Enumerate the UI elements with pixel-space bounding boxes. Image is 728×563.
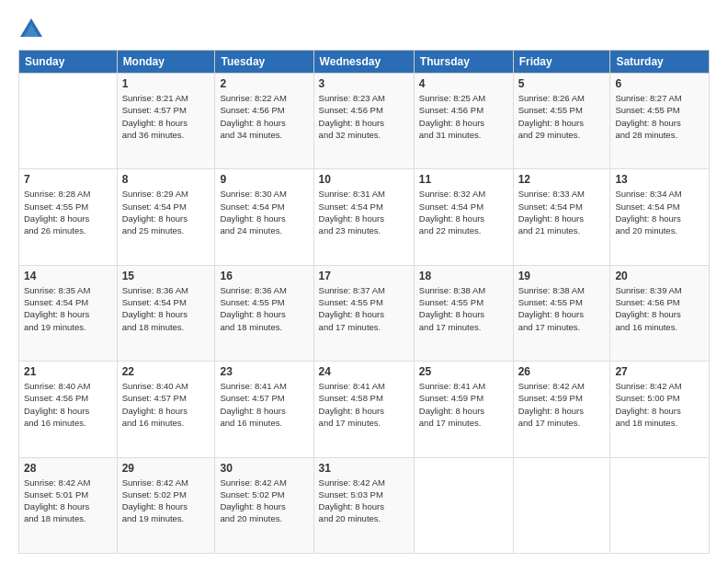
day-number: 13 [615, 173, 704, 186]
day-cell: 24Sunrise: 8:41 AM Sunset: 4:58 PM Dayli… [313, 362, 414, 457]
day-info: Sunrise: 8:41 AM Sunset: 4:57 PM Dayligh… [220, 381, 286, 428]
day-cell: 20Sunrise: 8:39 AM Sunset: 4:56 PM Dayli… [610, 265, 710, 361]
weekday-header-monday: Monday [117, 51, 215, 74]
day-info: Sunrise: 8:42 AM Sunset: 5:02 PM Dayligh… [122, 477, 188, 524]
day-cell: 12Sunrise: 8:33 AM Sunset: 4:54 PM Dayli… [513, 169, 610, 265]
day-number: 5 [518, 77, 606, 90]
day-cell: 6Sunrise: 8:27 AM Sunset: 4:55 PM Daylig… [610, 74, 710, 169]
day-info: Sunrise: 8:42 AM Sunset: 5:03 PM Dayligh… [319, 477, 385, 524]
day-cell: 30Sunrise: 8:42 AM Sunset: 5:02 PM Dayli… [215, 457, 313, 553]
day-cell [610, 457, 710, 553]
day-number: 2 [220, 77, 308, 90]
day-info: Sunrise: 8:28 AM Sunset: 4:55 PM Dayligh… [24, 189, 90, 236]
day-cell: 29Sunrise: 8:42 AM Sunset: 5:02 PM Dayli… [117, 457, 215, 553]
day-number: 21 [24, 365, 112, 378]
weekday-row: SundayMondayTuesdayWednesdayThursdayFrid… [19, 51, 710, 74]
day-info: Sunrise: 8:36 AM Sunset: 4:54 PM Dayligh… [122, 285, 188, 332]
day-cell: 27Sunrise: 8:42 AM Sunset: 5:00 PM Dayli… [610, 362, 710, 457]
day-number: 27 [615, 365, 704, 378]
day-cell: 3Sunrise: 8:23 AM Sunset: 4:56 PM Daylig… [313, 74, 414, 169]
day-number: 8 [122, 173, 210, 186]
calendar-table: SundayMondayTuesdayWednesdayThursdayFrid… [18, 50, 710, 554]
day-number: 31 [319, 462, 409, 475]
day-number: 4 [419, 77, 508, 90]
day-cell: 5Sunrise: 8:26 AM Sunset: 4:55 PM Daylig… [513, 74, 610, 169]
day-number: 25 [419, 365, 508, 378]
day-cell: 18Sunrise: 8:38 AM Sunset: 4:55 PM Dayli… [414, 265, 513, 361]
day-cell: 1Sunrise: 8:21 AM Sunset: 4:57 PM Daylig… [117, 74, 215, 169]
day-number: 18 [419, 270, 508, 282]
logo-icon [18, 17, 44, 42]
header [18, 17, 710, 42]
day-info: Sunrise: 8:42 AM Sunset: 4:59 PM Dayligh… [518, 381, 585, 428]
day-info: Sunrise: 8:42 AM Sunset: 5:00 PM Dayligh… [615, 381, 681, 428]
day-number: 1 [122, 77, 210, 90]
day-number: 16 [220, 270, 308, 282]
page: SundayMondayTuesdayWednesdayThursdayFrid… [0, 0, 728, 563]
day-info: Sunrise: 8:40 AM Sunset: 4:57 PM Dayligh… [122, 381, 188, 428]
day-info: Sunrise: 8:40 AM Sunset: 4:56 PM Dayligh… [24, 381, 90, 428]
day-number: 23 [220, 365, 308, 378]
day-cell: 22Sunrise: 8:40 AM Sunset: 4:57 PM Dayli… [117, 362, 215, 457]
day-number: 28 [24, 462, 112, 475]
day-info: Sunrise: 8:35 AM Sunset: 4:54 PM Dayligh… [24, 285, 90, 332]
day-cell: 13Sunrise: 8:34 AM Sunset: 4:54 PM Dayli… [610, 169, 710, 265]
day-info: Sunrise: 8:22 AM Sunset: 4:56 PM Dayligh… [220, 93, 286, 140]
day-cell: 19Sunrise: 8:38 AM Sunset: 4:55 PM Dayli… [513, 265, 610, 361]
day-number: 30 [220, 462, 308, 475]
day-cell: 4Sunrise: 8:25 AM Sunset: 4:56 PM Daylig… [414, 74, 513, 169]
day-cell: 17Sunrise: 8:37 AM Sunset: 4:55 PM Dayli… [313, 265, 414, 361]
weekday-header-sunday: Sunday [19, 51, 118, 74]
day-info: Sunrise: 8:36 AM Sunset: 4:55 PM Dayligh… [220, 285, 286, 332]
day-info: Sunrise: 8:37 AM Sunset: 4:55 PM Dayligh… [319, 285, 385, 332]
calendar-body: 1Sunrise: 8:21 AM Sunset: 4:57 PM Daylig… [19, 74, 710, 554]
day-cell: 2Sunrise: 8:22 AM Sunset: 4:56 PM Daylig… [215, 74, 313, 169]
day-info: Sunrise: 8:39 AM Sunset: 4:56 PM Dayligh… [615, 285, 681, 332]
day-info: Sunrise: 8:34 AM Sunset: 4:54 PM Dayligh… [615, 189, 681, 236]
day-cell: 10Sunrise: 8:31 AM Sunset: 4:54 PM Dayli… [313, 169, 414, 265]
day-number: 14 [24, 270, 112, 282]
day-number: 24 [319, 365, 409, 378]
day-cell [414, 457, 513, 553]
weekday-header-thursday: Thursday [414, 51, 513, 74]
day-cell: 15Sunrise: 8:36 AM Sunset: 4:54 PM Dayli… [117, 265, 215, 361]
day-cell: 25Sunrise: 8:41 AM Sunset: 4:59 PM Dayli… [414, 362, 513, 457]
day-number: 3 [319, 77, 409, 90]
day-info: Sunrise: 8:29 AM Sunset: 4:54 PM Dayligh… [122, 189, 188, 236]
day-number: 11 [419, 173, 508, 186]
day-cell: 16Sunrise: 8:36 AM Sunset: 4:55 PM Dayli… [215, 265, 313, 361]
day-number: 19 [518, 270, 606, 282]
day-info: Sunrise: 8:42 AM Sunset: 5:02 PM Dayligh… [220, 477, 286, 524]
day-info: Sunrise: 8:41 AM Sunset: 4:59 PM Dayligh… [419, 381, 485, 428]
day-info: Sunrise: 8:42 AM Sunset: 5:01 PM Dayligh… [24, 477, 90, 524]
day-number: 20 [615, 270, 704, 282]
calendar-header: SundayMondayTuesdayWednesdayThursdayFrid… [19, 51, 710, 74]
day-info: Sunrise: 8:38 AM Sunset: 4:55 PM Dayligh… [518, 285, 585, 332]
day-info: Sunrise: 8:21 AM Sunset: 4:57 PM Dayligh… [122, 93, 188, 140]
day-cell: 28Sunrise: 8:42 AM Sunset: 5:01 PM Dayli… [19, 457, 118, 553]
weekday-header-saturday: Saturday [610, 51, 710, 74]
day-number: 15 [122, 270, 210, 282]
day-info: Sunrise: 8:25 AM Sunset: 4:56 PM Dayligh… [419, 93, 485, 140]
weekday-header-friday: Friday [513, 51, 610, 74]
week-row-1: 1Sunrise: 8:21 AM Sunset: 4:57 PM Daylig… [19, 74, 710, 169]
day-number: 22 [122, 365, 210, 378]
week-row-4: 21Sunrise: 8:40 AM Sunset: 4:56 PM Dayli… [19, 362, 710, 457]
day-info: Sunrise: 8:26 AM Sunset: 4:55 PM Dayligh… [518, 93, 585, 140]
day-number: 10 [319, 173, 409, 186]
day-cell: 21Sunrise: 8:40 AM Sunset: 4:56 PM Dayli… [19, 362, 118, 457]
day-info: Sunrise: 8:32 AM Sunset: 4:54 PM Dayligh… [419, 189, 485, 236]
day-info: Sunrise: 8:27 AM Sunset: 4:55 PM Dayligh… [615, 93, 681, 140]
day-cell: 23Sunrise: 8:41 AM Sunset: 4:57 PM Dayli… [215, 362, 313, 457]
logo [18, 17, 48, 42]
day-info: Sunrise: 8:41 AM Sunset: 4:58 PM Dayligh… [319, 381, 385, 428]
day-cell: 31Sunrise: 8:42 AM Sunset: 5:03 PM Dayli… [313, 457, 414, 553]
day-info: Sunrise: 8:23 AM Sunset: 4:56 PM Dayligh… [319, 93, 385, 140]
day-cell: 11Sunrise: 8:32 AM Sunset: 4:54 PM Dayli… [414, 169, 513, 265]
weekday-header-wednesday: Wednesday [313, 51, 414, 74]
day-number: 6 [615, 77, 704, 90]
day-number: 12 [518, 173, 606, 186]
day-cell: 26Sunrise: 8:42 AM Sunset: 4:59 PM Dayli… [513, 362, 610, 457]
week-row-3: 14Sunrise: 8:35 AM Sunset: 4:54 PM Dayli… [19, 265, 710, 361]
day-number: 26 [518, 365, 606, 378]
